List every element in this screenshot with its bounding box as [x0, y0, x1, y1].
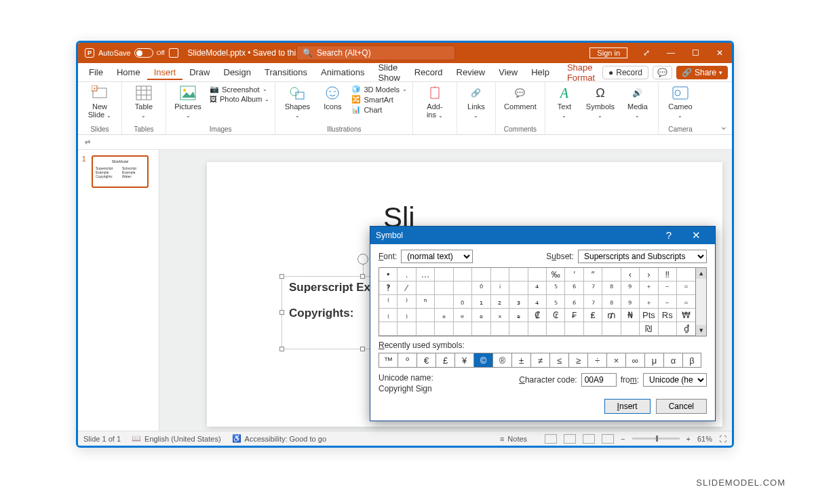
recent-symbol-cell[interactable]: ≥ [568, 353, 587, 368]
char-cell[interactable]: ₐ [435, 309, 453, 322]
recent-symbol-cell[interactable]: º [398, 353, 416, 368]
char-cell[interactable] [509, 282, 528, 295]
char-cell[interactable]: ⁷ [584, 282, 602, 295]
grid-scrollbar[interactable]: ▲ ▼ [696, 267, 707, 336]
recent-symbol-cell[interactable]: ÷ [587, 353, 606, 368]
char-cell[interactable]: ₋ [659, 295, 677, 309]
screenshot-button[interactable]: 📷 Screenshot ⌄ [210, 85, 269, 94]
resize-handle[interactable] [360, 274, 365, 279]
photo-album-button[interactable]: 🖼 Photo Album ⌄ [210, 95, 269, 103]
char-cell[interactable]: ₁ [472, 295, 490, 309]
char-cell[interactable]: ⁺ [640, 282, 658, 295]
dialog-help-icon[interactable]: ? [655, 229, 682, 241]
char-cell[interactable] [435, 295, 453, 309]
char-cell[interactable]: ⁶ [565, 282, 583, 295]
char-cell[interactable]: › [640, 268, 658, 282]
character-grid[interactable]: •.…‰′″‹›‼‽⁄⁰ⁱ⁴⁵⁶⁷⁸⁹⁺⁻⁼⁽⁾ⁿ₀₁₂₃₄₅₆₇₈₉₊₋₌₍₎… [379, 267, 696, 336]
tab-draw[interactable]: Draw [182, 64, 216, 80]
char-cell[interactable] [454, 268, 472, 282]
char-cell[interactable]: ⁽ [379, 295, 398, 309]
recent-symbol-cell[interactable]: ® [492, 353, 511, 368]
toggle-icon[interactable] [134, 48, 153, 58]
char-cell[interactable] [398, 322, 416, 336]
tab-record[interactable]: Record [408, 64, 450, 80]
zoom-in-button[interactable]: + [686, 435, 691, 443]
maximize-icon[interactable]: ☐ [683, 43, 708, 63]
char-cell[interactable]: . [398, 268, 416, 282]
dialog-titlebar[interactable]: Symbol ? ✕ [370, 227, 715, 244]
view-sorter-icon[interactable] [564, 434, 576, 444]
subset-select[interactable]: Superscripts and Subscripts [578, 250, 707, 263]
char-cell[interactable] [416, 309, 435, 322]
char-cell[interactable]: ⁼ [677, 282, 695, 295]
tab-home[interactable]: Home [110, 64, 147, 80]
char-cell[interactable] [677, 268, 695, 282]
char-cell[interactable]: ₇ [584, 295, 602, 309]
tab-view[interactable]: View [492, 64, 524, 80]
char-cell[interactable]: ⁹ [621, 282, 640, 295]
char-cell[interactable] [602, 322, 621, 336]
char-cell[interactable] [416, 282, 435, 295]
resize-handle[interactable] [279, 274, 284, 279]
char-cell[interactable]: ⁻ [659, 282, 677, 295]
view-normal-icon[interactable] [545, 434, 557, 444]
char-cell[interactable] [528, 322, 547, 336]
char-cell[interactable]: ′ [565, 268, 583, 282]
char-cell[interactable]: ₣ [565, 309, 583, 322]
char-cell[interactable]: ₄ [528, 295, 547, 309]
comments-button[interactable]: 💬 [653, 66, 672, 79]
fit-to-window-icon[interactable]: ⛶ [719, 435, 726, 443]
char-cell[interactable] [584, 322, 602, 336]
record-button[interactable]: ● Record [602, 66, 648, 79]
char-cell[interactable]: • [379, 268, 398, 282]
zoom-value[interactable]: 61% [697, 435, 712, 443]
recent-symbol-cell[interactable]: £ [435, 353, 454, 368]
font-select[interactable]: (normal text) [401, 250, 473, 263]
share-button[interactable]: 🔗 Share ▾ [676, 66, 728, 79]
char-cell[interactable]: ‽ [379, 282, 398, 295]
scroll-up-icon[interactable]: ▲ [696, 268, 706, 279]
char-cell[interactable]: ₍ [379, 309, 398, 322]
char-cell[interactable]: ₌ [677, 295, 695, 309]
char-cell[interactable]: … [416, 268, 435, 282]
resize-handle[interactable] [279, 347, 284, 351]
tab-insert[interactable]: Insert [147, 64, 183, 80]
resize-handle[interactable] [279, 310, 284, 315]
view-reading-icon[interactable] [583, 434, 595, 444]
chart-button[interactable]: 📊 Chart [351, 105, 407, 114]
recent-symbol-cell[interactable]: α [663, 353, 682, 368]
autosave-toggle[interactable]: AutoSave Off [98, 48, 165, 58]
char-cell[interactable]: ₪ [640, 322, 658, 336]
char-cell[interactable] [416, 322, 435, 336]
insert-button[interactable]: Insert [604, 399, 651, 414]
char-cell[interactable]: ₉ [621, 295, 640, 309]
char-cell[interactable]: ₂ [491, 295, 509, 309]
char-cell[interactable] [621, 322, 640, 336]
char-cell[interactable]: ₫ [677, 322, 695, 336]
char-cell[interactable]: ″ [584, 268, 602, 282]
char-cell[interactable] [435, 282, 453, 295]
char-cell[interactable]: ⁴ [528, 282, 547, 295]
shapes-button[interactable]: Shapes⌄ [281, 85, 313, 119]
tab-transitions[interactable]: Transitions [258, 64, 314, 80]
char-cell[interactable]: ₃ [509, 295, 528, 309]
char-cell[interactable]: ⁄ [398, 282, 416, 295]
recent-symbol-cell[interactable]: ≠ [530, 353, 549, 368]
recent-symbol-cell[interactable]: β [682, 353, 701, 368]
char-cell[interactable]: ₥ [602, 309, 621, 322]
dialog-close-icon[interactable]: ✕ [682, 229, 710, 241]
slide-counter[interactable]: Slide 1 of 1 [83, 435, 121, 443]
char-cell[interactable]: ₦ [621, 309, 640, 322]
char-cell[interactable]: ₅ [547, 295, 565, 309]
char-cell[interactable]: ₩ [677, 309, 695, 322]
save-icon[interactable] [169, 48, 178, 58]
minimize-icon[interactable]: — [659, 43, 683, 63]
char-cell[interactable] [472, 322, 490, 336]
new-slide-button[interactable]: + NewSlide ⌄ [83, 85, 116, 119]
icons-button[interactable]: Icons [319, 85, 346, 111]
charcode-input[interactable] [581, 373, 617, 387]
tab-review[interactable]: Review [450, 64, 492, 80]
zoom-slider[interactable] [632, 438, 680, 440]
recent-symbol-cell[interactable]: ¥ [454, 353, 473, 368]
char-cell[interactable] [509, 268, 528, 282]
